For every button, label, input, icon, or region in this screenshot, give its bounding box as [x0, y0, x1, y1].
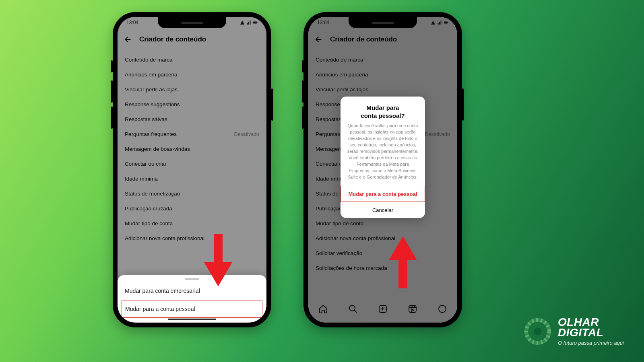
sheet-grabber[interactable]: [185, 278, 199, 280]
home-indicator[interactable]: [168, 319, 216, 320]
nav-create-icon[interactable]: [378, 304, 388, 314]
dialog-body: Quando você voltar para uma conta pessoa…: [341, 123, 425, 186]
svg-rect-0: [253, 22, 257, 24]
switch-personal-option[interactable]: Mudar para a conta pessoal: [122, 300, 262, 318]
dialog-cancel-button[interactable]: Cancelar: [341, 202, 425, 218]
phone-right: 13:04 Criador de conteúdo Conteúdo de ma…: [303, 12, 462, 327]
svg-rect-2: [444, 22, 448, 24]
nav-profile-icon[interactable]: [438, 304, 447, 314]
brand-watermark: OLHAR DIGITAL O futuro passa primeiro aq…: [524, 317, 624, 346]
screen-left: 13:04 Criador de conteúdo Conteúdo de ma…: [118, 17, 266, 323]
list-item[interactable]: Anúncios em parceria: [308, 67, 457, 82]
dialog-confirm-button[interactable]: Mudar para a conta pessoal: [341, 186, 425, 202]
list-item[interactable]: Solicitações de hora marcada: [308, 261, 457, 276]
status-time: 13:04: [317, 20, 329, 25]
back-arrow-icon[interactable]: [314, 35, 323, 44]
brand-line2: DIGITAL: [558, 327, 624, 338]
list-item[interactable]: Publicação cruzada: [118, 201, 266, 216]
svg-point-7: [439, 305, 446, 313]
confirm-dialog: Mudar paraconta pessoal? Quando você vol…: [341, 97, 425, 218]
list-item[interactable]: Conteúdo de marca: [308, 52, 457, 67]
list-item[interactable]: Mudar tipo de conta: [118, 216, 266, 231]
page-header: Criador de conteúdo: [308, 31, 457, 48]
tutorial-graphic: { "status": { "time": "13:04" }, "screen…: [0, 0, 644, 362]
page-title: Criador de conteúdo: [330, 35, 397, 43]
list-item[interactable]: Solicitar verificação: [308, 246, 457, 261]
bottom-nav: [308, 298, 457, 323]
list-item[interactable]: Status de monetização: [118, 186, 266, 201]
list-item[interactable]: Vincular perfil às lojas: [308, 82, 457, 97]
list-item[interactable]: Mensagem de boas-vindas: [118, 142, 266, 156]
list-item[interactable]: Adicionar nova conta profissional: [118, 231, 266, 246]
list-item[interactable]: Anúncios em parceria: [118, 67, 266, 82]
phone-notch: [158, 17, 226, 28]
list-item[interactable]: Response suggestions: [118, 97, 266, 112]
dialog-title: Mudar paraconta pessoal?: [341, 97, 425, 123]
page-header: Criador de conteúdo: [118, 31, 266, 48]
page-title: Criador de conteúdo: [139, 35, 206, 43]
status-icons: [431, 20, 448, 25]
nav-search-icon[interactable]: [348, 304, 358, 314]
svg-rect-6: [409, 305, 416, 313]
list-item[interactable]: Idade mínima: [118, 171, 266, 186]
back-arrow-icon[interactable]: [123, 35, 132, 44]
phone-notch: [349, 17, 417, 28]
brand-logo-icon: [524, 318, 551, 345]
annotation-arrow-up-icon: [389, 236, 417, 290]
bottom-sheet: Mudar para conta empresarial Mudar para …: [118, 275, 266, 323]
status-tag: Desativado: [234, 132, 259, 137]
svg-rect-1: [257, 22, 258, 23]
list-item[interactable]: Conteúdo de marca: [118, 52, 266, 67]
list-item[interactable]: Respostas salvas: [118, 112, 266, 127]
screen-right: 13:04 Criador de conteúdo Conteúdo de ma…: [308, 17, 457, 323]
list-item[interactable]: Perguntas frequentesDesativado: [118, 127, 266, 142]
svg-point-10: [534, 327, 541, 335]
phone-left: 13:04 Criador de conteúdo Conteúdo de ma…: [113, 12, 271, 327]
svg-point-4: [349, 305, 355, 311]
status-time: 13:04: [126, 20, 138, 25]
brand-tagline: O futuro passa primeiro aqui: [558, 340, 624, 346]
brand-line1: OLHAR: [558, 317, 624, 328]
status-icons: [240, 20, 258, 25]
list-item[interactable]: Adicionar nova conta profissional: [308, 231, 457, 246]
list-item[interactable]: Vincular perfil às lojas: [118, 82, 266, 97]
list-item[interactable]: Mudar tipo de conta: [308, 216, 457, 231]
list-item[interactable]: Conectar ou criar: [118, 156, 266, 171]
nav-home-icon[interactable]: [318, 304, 328, 314]
annotation-arrow-down-icon: [204, 234, 232, 288]
svg-rect-3: [448, 22, 448, 23]
switch-business-option[interactable]: Mudar para conta empresarial: [118, 282, 266, 300]
status-tag: Desativado: [425, 132, 450, 137]
nav-reels-icon[interactable]: [408, 304, 417, 314]
